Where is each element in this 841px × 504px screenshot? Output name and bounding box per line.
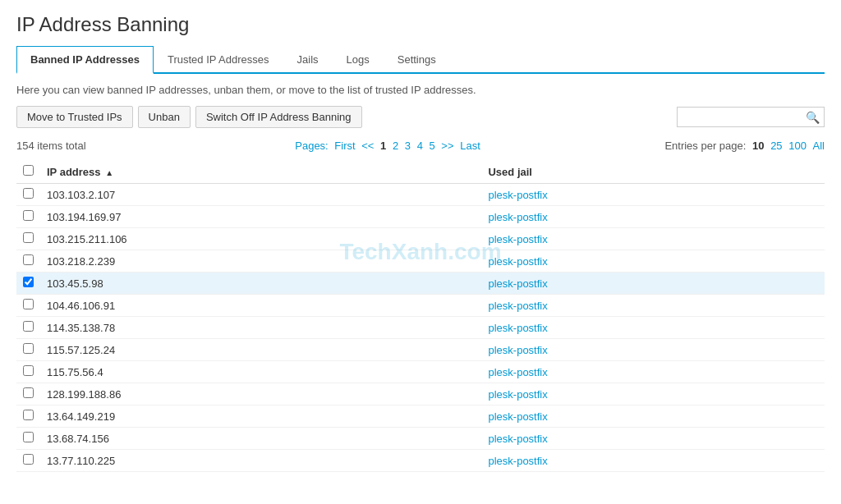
cell-ip-address: 104.46.106.91 <box>40 295 481 317</box>
cell-ip-address: 13.68.74.156 <box>40 428 481 450</box>
jail-link[interactable]: plesk-postfix <box>488 455 547 467</box>
row-checkbox[interactable] <box>23 254 34 265</box>
jail-link[interactable]: plesk-postfix <box>488 322 547 334</box>
cell-ip-address: 115.75.56.4 <box>40 361 481 383</box>
cell-ip-address: 103.103.2.107 <box>40 184 481 206</box>
table-row: 114.35.138.78plesk-postfix <box>16 317 825 339</box>
table-row: 115.57.125.24plesk-postfix <box>16 339 825 361</box>
row-checkbox[interactable] <box>23 210 34 221</box>
row-checkbox[interactable] <box>23 432 34 442</box>
page-2[interactable]: 2 <box>393 140 398 152</box>
entries-per-page: Entries per page: 10 25 100 All <box>660 140 825 152</box>
table-row: 104.46.106.91plesk-postfix <box>16 295 825 317</box>
toolbar: Move to Trusted IPs Unban Switch Off IP … <box>16 106 825 128</box>
table-row: 128.199.188.86plesk-postfix <box>16 383 825 405</box>
total-items: 154 items total <box>16 140 115 152</box>
unban-button[interactable]: Unban <box>138 106 191 128</box>
cell-used-jail: plesk-postfix <box>481 250 825 273</box>
row-checkbox[interactable] <box>23 343 34 354</box>
move-to-trusted-button[interactable]: Move to Trusted IPs <box>16 106 133 128</box>
table-header-row: IP address ▲ Used jail <box>16 160 825 184</box>
cell-ip-address: 128.199.188.86 <box>40 383 481 405</box>
cell-used-jail: plesk-postfix <box>481 317 825 339</box>
row-checkbox[interactable] <box>23 277 34 287</box>
cell-ip-address: 13.77.110.225 <box>40 450 481 472</box>
switch-off-banning-button[interactable]: Switch Off IP Address Banning <box>195 106 362 128</box>
jail-link[interactable]: plesk-postfix <box>488 388 547 401</box>
row-checkbox[interactable] <box>23 387 34 398</box>
select-all-checkbox[interactable] <box>23 165 34 176</box>
jail-link[interactable]: plesk-postfix <box>488 410 547 423</box>
page-prev[interactable]: << <box>361 140 374 152</box>
ip-table: IP address ▲ Used jail 103.103.2.107ples… <box>16 160 825 472</box>
jail-link[interactable]: plesk-postfix <box>488 189 547 201</box>
th-ip-address[interactable]: IP address ▲ <box>40 160 481 184</box>
row-checkbox[interactable] <box>23 454 34 465</box>
table-body: 103.103.2.107plesk-postfix103.194.169.97… <box>16 184 825 472</box>
row-checkbox[interactable] <box>23 232 34 243</box>
jail-link[interactable]: plesk-postfix <box>488 277 547 290</box>
search-icon: 🔍 <box>806 111 820 124</box>
cell-used-jail: plesk-postfix <box>481 184 825 206</box>
cell-used-jail: plesk-postfix <box>481 206 825 228</box>
page-3[interactable]: 3 <box>405 140 411 152</box>
table-row: 103.215.211.106plesk-postfix <box>16 228 825 250</box>
th-checkbox <box>16 160 40 184</box>
row-checkbox[interactable] <box>23 299 34 309</box>
tab-jails[interactable]: Jails <box>283 46 333 74</box>
table-row: 103.45.5.98plesk-postfix <box>16 273 825 295</box>
cell-ip-address: 115.57.125.24 <box>40 339 481 361</box>
page-5[interactable]: 5 <box>430 140 435 152</box>
jail-link[interactable]: plesk-postfix <box>488 433 547 445</box>
cell-used-jail: plesk-postfix <box>481 228 825 250</box>
page-4[interactable]: 4 <box>417 140 423 152</box>
table-row: 13.64.149.219plesk-postfix <box>16 405 825 428</box>
tab-logs[interactable]: Logs <box>333 46 384 74</box>
cell-ip-address: 13.64.149.219 <box>40 405 481 428</box>
tab-trusted-ip-addresses[interactable]: Trusted IP Addresses <box>154 46 283 74</box>
table-row: 103.218.2.239plesk-postfix <box>16 250 825 273</box>
jail-link[interactable]: plesk-postfix <box>488 233 547 245</box>
table-row: 103.194.169.97plesk-postfix <box>16 206 825 228</box>
table-row: 13.77.110.225plesk-postfix <box>16 450 825 472</box>
cell-used-jail: plesk-postfix <box>481 339 825 361</box>
pages-label: Pages: <box>295 140 331 152</box>
page-last[interactable]: Last <box>460 140 480 152</box>
per-page-25[interactable]: 25 <box>770 140 782 152</box>
jail-link[interactable]: plesk-postfix <box>488 344 547 356</box>
table-row: 115.75.56.4plesk-postfix <box>16 361 825 383</box>
entries-label: Entries per page: <box>664 140 746 152</box>
cell-used-jail: plesk-postfix <box>481 295 825 317</box>
per-page-10[interactable]: 10 <box>752 140 764 152</box>
table-row: 13.68.74.156plesk-postfix <box>16 428 825 450</box>
cell-used-jail: plesk-postfix <box>481 405 825 428</box>
jail-link[interactable]: plesk-postfix <box>488 211 547 223</box>
cell-ip-address: 103.218.2.239 <box>40 250 481 273</box>
tab-settings[interactable]: Settings <box>384 46 450 74</box>
th-used-jail: Used jail <box>481 160 825 184</box>
cell-used-jail: plesk-postfix <box>481 450 825 472</box>
page-next[interactable]: >> <box>441 140 453 152</box>
table-row: 103.103.2.107plesk-postfix <box>16 184 825 206</box>
cell-used-jail: plesk-postfix <box>481 428 825 450</box>
page-first[interactable]: First <box>334 140 355 152</box>
page-description: Here you can view banned IP addresses, u… <box>16 84 825 96</box>
tab-banned-ip-addresses[interactable]: Banned IP Addresses <box>16 46 154 74</box>
jail-link[interactable]: plesk-postfix <box>488 366 547 378</box>
search-input[interactable] <box>677 107 825 127</box>
cell-ip-address: 114.35.138.78 <box>40 317 481 339</box>
cell-ip-address: 103.45.5.98 <box>40 273 481 295</box>
jail-link[interactable]: plesk-postfix <box>488 300 547 312</box>
jail-link[interactable]: plesk-postfix <box>488 255 547 268</box>
row-checkbox[interactable] <box>23 410 34 420</box>
row-checkbox[interactable] <box>23 188 34 199</box>
per-page-100[interactable]: 100 <box>788 140 807 152</box>
sort-arrow-icon: ▲ <box>105 168 113 177</box>
page-title: IP Address Banning <box>16 13 825 36</box>
per-page-all[interactable]: All <box>813 140 825 152</box>
cell-ip-address: 103.215.211.106 <box>40 228 481 250</box>
row-checkbox[interactable] <box>23 365 34 376</box>
row-checkbox[interactable] <box>23 321 34 332</box>
cell-used-jail: plesk-postfix <box>481 361 825 383</box>
cell-used-jail: plesk-postfix <box>481 383 825 405</box>
